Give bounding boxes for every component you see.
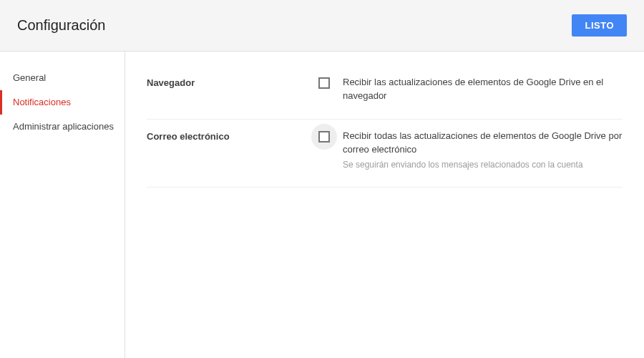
setting-control-email: Recibir todas las actualizaciones de ele… (311, 130, 623, 171)
setting-row-email: Correo electrónico Recibir todas las act… (147, 120, 623, 188)
setting-desc-browser: Recibir las actualizaciones de elementos… (343, 76, 623, 103)
setting-text-browser: Recibir las actualizaciones de elementos… (337, 76, 623, 103)
setting-control-browser: Recibir las actualizaciones de elementos… (311, 76, 623, 103)
done-button[interactable]: LISTO (572, 14, 627, 37)
setting-label-email: Correo electrónico (147, 130, 311, 171)
settings-sidebar: General Notificaciones Administrar aplic… (0, 52, 125, 358)
setting-label-browser: Navegador (147, 76, 311, 103)
setting-desc-email: Recibir todas las actualizaciones de ele… (343, 130, 623, 157)
setting-row-browser: Navegador Recibir las actualizaciones de… (147, 66, 623, 120)
page-title: Configuración (17, 17, 105, 34)
checkbox-wrap-browser (311, 70, 337, 96)
setting-text-email: Recibir todas las actualizaciones de ele… (337, 130, 623, 171)
settings-header: Configuración LISTO (0, 0, 644, 52)
sidebar-item-general[interactable]: General (0, 66, 125, 90)
sidebar-item-notifications[interactable]: Notificaciones (0, 90, 125, 115)
settings-body: General Notificaciones Administrar aplic… (0, 52, 644, 358)
checkbox-email-updates[interactable] (318, 131, 330, 142)
sidebar-item-manage-apps[interactable]: Administrar aplicaciones (0, 115, 125, 139)
setting-sub-email: Se seguirán enviando los mensajes relaci… (343, 159, 623, 171)
checkbox-browser-updates[interactable] (318, 77, 330, 89)
settings-content: Navegador Recibir las actualizaciones de… (125, 52, 644, 358)
checkbox-wrap-email (311, 124, 337, 150)
